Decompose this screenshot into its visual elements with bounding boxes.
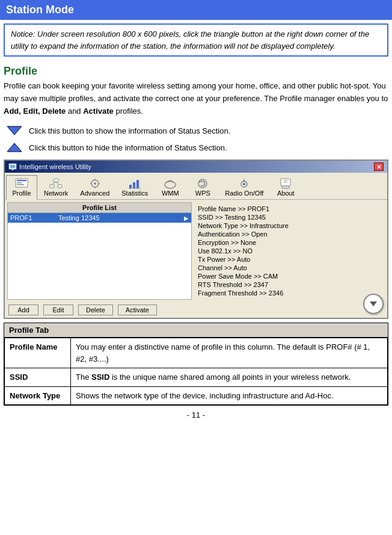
- page-footer: - 11 -: [0, 406, 392, 422]
- info-line-2: Network Type >> Infrastructure: [198, 221, 381, 230]
- profile-name-value: You may enter a distinctive name of prof…: [71, 338, 388, 368]
- svg-line-13: [56, 182, 60, 185]
- toolbar-network[interactable]: Network: [38, 175, 73, 199]
- table-row: Profile Name You may enter a distinctive…: [5, 338, 388, 368]
- svg-rect-10: [50, 185, 54, 188]
- svg-point-24: [165, 181, 176, 188]
- info-line-7: Channel >> Auto: [198, 264, 381, 272]
- wps-toolbar-icon: [195, 178, 210, 190]
- info-line-3: Authentication >> Open: [198, 230, 381, 238]
- arrow-down-row: Click this button to show the informatio…: [0, 122, 392, 139]
- info-line-4: Encryption >> None: [198, 238, 381, 247]
- statistics-toolbar-icon: [127, 178, 142, 190]
- profile-list-container: Profile List PROF1 Testing 12345 ▶ Profi…: [5, 200, 387, 302]
- station-mode-header: Station Mode: [0, 0, 392, 20]
- svg-rect-8: [17, 184, 24, 185]
- ssid-label: SSID: [5, 368, 71, 387]
- profile-description: Profile can book keeping your favorite w…: [0, 80, 392, 122]
- notice-text: Notice: Under screen resolution 800 x 60…: [11, 29, 369, 51]
- notice-box: Notice: Under screen resolution 800 x 60…: [4, 23, 388, 57]
- info-line-10: Fragment Threshold >> 2346: [198, 289, 381, 297]
- profile-heading-text: Profile: [4, 65, 37, 77]
- toolbar-about-label: About: [277, 190, 295, 197]
- utility-icon: [8, 162, 17, 171]
- svg-rect-4: [11, 169, 14, 170]
- profile-name-label: Profile Name: [5, 338, 71, 368]
- arrow-up-icon: [6, 141, 23, 153]
- svg-point-29: [243, 183, 245, 185]
- table-row: SSID The SSID is the unique name shared …: [5, 368, 388, 387]
- profile-tab-table: Profile Name You may enter a distinctive…: [4, 338, 388, 405]
- utility-titlebar: Intelligent wireless Utility ✕: [5, 161, 387, 173]
- profile-list-row[interactable]: PROF1 Testing 12345 ▶: [8, 213, 191, 223]
- toolbar-statistics[interactable]: Statistics: [116, 175, 153, 199]
- arrow-down-text: Click this button to show the informatio…: [29, 126, 230, 135]
- profile-info-right: Profile Name >> PROF1 SSID >> Testing 12…: [194, 202, 385, 300]
- toolbar-advanced[interactable]: Advanced: [75, 175, 115, 199]
- action-buttons-row: Add Edit Delete Activate: [5, 302, 387, 318]
- toolbar-statistics-label: Statistics: [121, 190, 148, 197]
- svg-marker-0: [7, 126, 22, 135]
- network-toolbar-icon: [49, 178, 63, 190]
- ssid-value: The SSID is the unique name shared among…: [71, 368, 388, 387]
- info-line-8: Power Save Mode >> CAM: [198, 272, 381, 280]
- toolbar-profile[interactable]: Profile: [6, 175, 37, 200]
- svg-rect-31: [282, 186, 289, 188]
- profile-col2: Testing 12345: [58, 214, 184, 221]
- svg-rect-22: [136, 180, 139, 188]
- network-type-value: Shows the network type of the device, in…: [71, 386, 388, 405]
- close-button[interactable]: ✕: [374, 162, 384, 171]
- profile-col1: PROF1: [10, 214, 58, 221]
- svg-line-12: [52, 182, 56, 185]
- profile-list-left: Profile List PROF1 Testing 12345 ▶: [7, 202, 192, 300]
- network-type-label: Network Type: [5, 386, 71, 405]
- scroll-down-icon: [368, 298, 379, 309]
- edit-button[interactable]: Edit: [43, 305, 73, 315]
- delete-button[interactable]: Delete: [78, 305, 113, 315]
- info-line-5: Use 802.1x >> NO: [198, 247, 381, 255]
- info-line-6: Tx Power >> Auto: [198, 255, 381, 264]
- info-line-0: Profile Name >> PROF1: [198, 205, 381, 213]
- profile-row-arrow: ▶: [184, 215, 189, 221]
- svg-marker-34: [370, 302, 377, 306]
- activate-button[interactable]: Activate: [118, 305, 157, 315]
- page-title: Station Mode: [6, 4, 74, 16]
- profile-tab-header: Profile Tab: [4, 323, 388, 338]
- table-row: Network Type Shows the network type of t…: [5, 386, 388, 405]
- radio-onoff-toolbar-icon: [237, 178, 251, 190]
- svg-rect-20: [129, 185, 132, 188]
- svg-rect-9: [54, 179, 58, 182]
- wmm-toolbar-icon: [163, 178, 177, 190]
- svg-rect-6: [17, 180, 26, 181]
- profile-tab-section: Profile Tab Profile Name You may enter a…: [4, 323, 388, 406]
- toolbar: Profile Network Advanced: [5, 173, 387, 200]
- arrow-up-row: Click this button to hide the informatio…: [0, 139, 392, 156]
- svg-point-15: [94, 182, 96, 185]
- svg-rect-3: [10, 165, 15, 168]
- svg-rect-7: [17, 182, 22, 184]
- info-line-9: RTS Threshold >> 2347: [198, 280, 381, 289]
- arrow-up-text: Click this button to hide the informatio…: [29, 143, 227, 152]
- toolbar-about[interactable]: About: [270, 175, 301, 199]
- info-line-1: SSID >> Testing 12345: [198, 213, 381, 221]
- profile-list-header: Profile List: [8, 203, 191, 213]
- about-toolbar-icon: [278, 178, 293, 190]
- utility-window: Intelligent wireless Utility ✕ Profile: [4, 159, 388, 319]
- utility-title: Intelligent wireless Utility: [19, 163, 91, 170]
- profile-heading: Profile: [0, 60, 392, 80]
- toolbar-profile-label: Profile: [12, 190, 31, 197]
- svg-marker-1: [7, 143, 22, 152]
- page-number: - 11 -: [187, 410, 205, 419]
- toolbar-wps-label: WPS: [195, 190, 210, 197]
- toolbar-wps[interactable]: WPS: [187, 175, 218, 199]
- toolbar-network-label: Network: [44, 190, 68, 197]
- toolbar-wmm[interactable]: WMM: [155, 175, 186, 199]
- toolbar-wmm-label: WMM: [162, 190, 179, 197]
- svg-rect-21: [133, 182, 135, 188]
- toolbar-advanced-label: Advanced: [80, 190, 109, 197]
- add-button[interactable]: Add: [8, 305, 38, 315]
- titlebar-left: Intelligent wireless Utility: [8, 162, 91, 171]
- svg-rect-11: [58, 185, 62, 188]
- arrow-down-icon: [6, 125, 23, 137]
- toolbar-radio-onoff[interactable]: Radio On/Off: [219, 175, 269, 199]
